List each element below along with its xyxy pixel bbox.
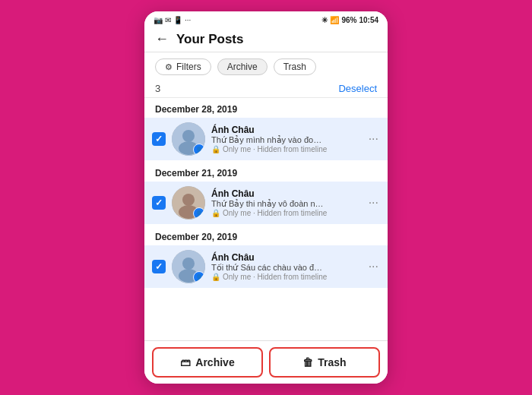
status-phone-icon: 📱: [173, 16, 182, 24]
trash-button[interactable]: 🗑 Trash: [269, 347, 380, 378]
count-row: 3 Deselect: [144, 80, 388, 98]
svg-point-4: [182, 194, 195, 206]
status-battery: 96%: [341, 16, 356, 24]
post-meta-1: 🔒 Only me · Hidden from timeline: [211, 209, 361, 217]
svg-point-7: [182, 258, 195, 270]
post-content-1: Ánh Châu Thứ Bảy thi nhảy vô đoàn nhạc c…: [211, 188, 361, 217]
status-camera-icon: 📷: [154, 16, 163, 24]
post-name-2: Ánh Châu: [211, 252, 361, 263]
avatar-badge-1: 👤: [193, 207, 205, 220]
status-signal-icon: 📶: [330, 16, 339, 24]
archive-button-label: Archive: [195, 356, 234, 368]
post-meta-2: 🔒 Only me · Hidden from timeline: [211, 273, 361, 281]
filters-pill[interactable]: ⚙ Filters: [155, 58, 211, 75]
lock-icon-1: 🔒: [211, 209, 220, 217]
archive-pill[interactable]: Archive: [217, 58, 268, 75]
status-time: 10:54: [359, 16, 378, 24]
post-name-0: Ánh Châu: [211, 125, 361, 135]
trash-pill-label: Trash: [283, 62, 306, 72]
status-bar: 📷 ✉ 📱 ··· ✳ 📶 96% 10:54: [144, 11, 388, 27]
checkbox-2[interactable]: ✓: [152, 260, 166, 273]
user-icon-2: 👤: [195, 274, 203, 281]
post-content-2: Ánh Châu Tối thứ Sáu các chàu vào đoàn n…: [211, 252, 361, 281]
deselect-button[interactable]: Deselect: [338, 83, 377, 94]
action-bar: 🗃 Archive 🗑 Trash: [144, 340, 388, 384]
post-item-0: ✓ 👤 Ánh Châu Thứ Bảy mình nhảy vào đoàn …: [144, 118, 388, 160]
trash-button-label: Trash: [318, 356, 346, 368]
checkbox-0[interactable]: ✓: [152, 132, 166, 146]
date-label-2: December 20, 2019: [144, 226, 388, 245]
post-text-2: Tối thứ Sáu các chàu vào đoàn nhạc cho m…: [211, 263, 325, 273]
checkmark-1: ✓: [155, 198, 163, 208]
avatar-0: 👤: [172, 122, 205, 156]
status-left: 📷 ✉ 📱 ···: [154, 16, 191, 24]
post-menu-2[interactable]: ···: [367, 260, 380, 273]
checkbox-1[interactable]: ✓: [152, 196, 166, 210]
user-icon-0: 👤: [195, 147, 203, 153]
user-icon-1: 👤: [195, 210, 203, 217]
post-item-2: ✓ 👤 Ánh Châu Tối thứ Sáu các chàu vào đo…: [144, 245, 388, 288]
lock-icon-0: 🔒: [211, 145, 220, 153]
status-msg-icon: ✉: [165, 16, 171, 24]
svg-point-1: [182, 130, 195, 142]
trash-icon: 🗑: [302, 356, 313, 368]
back-button[interactable]: ←: [155, 31, 169, 47]
header: ← Your Posts: [144, 27, 388, 52]
avatar-2: 👤: [172, 250, 205, 283]
filter-row: ⚙ Filters Archive Trash: [144, 52, 388, 80]
archive-pill-label: Archive: [227, 62, 258, 72]
status-more-icon: ···: [185, 16, 191, 24]
date-label-1: December 21, 2019: [144, 162, 388, 182]
archive-icon: 🗃: [180, 356, 191, 368]
status-bluetooth-icon: ✳: [321, 16, 328, 24]
checkmark-2: ✓: [155, 261, 163, 272]
posts-list: December 28, 2019 ✓ 👤 Ánh Châu: [144, 98, 388, 340]
selected-count: 3: [155, 83, 160, 94]
trash-pill[interactable]: Trash: [274, 58, 316, 75]
post-name-1: Ánh Châu: [211, 188, 361, 199]
post-text-0: Thứ Bảy mình nhảy vào đoàn nhạc rinh quà…: [211, 135, 325, 145]
phone-frame: 📷 ✉ 📱 ··· ✳ 📶 96% 10:54 ← Your Posts ⚙ F…: [144, 11, 388, 384]
post-menu-0[interactable]: ···: [367, 132, 380, 146]
avatar-badge-2: 👤: [193, 271, 205, 283]
archive-button[interactable]: 🗃 Archive: [152, 347, 263, 378]
post-meta-0: 🔒 Only me · Hidden from timeline: [211, 145, 361, 153]
avatar-1: 👤: [172, 186, 205, 220]
post-content-0: Ánh Châu Thứ Bảy mình nhảy vào đoàn nhạc…: [211, 125, 361, 153]
post-text-1: Thứ Bảy thi nhảy vô đoàn nhạc chứ ngủ gì…: [211, 199, 325, 209]
post-item-1: ✓ 👤 Ánh Châu Thứ Bảy thi nhảy vô đoàn nh…: [144, 182, 388, 224]
avatar-badge-0: 👤: [193, 144, 205, 156]
page-title: Your Posts: [176, 32, 243, 47]
post-menu-1[interactable]: ···: [367, 196, 380, 210]
lock-icon-2: 🔒: [211, 273, 220, 281]
status-right: ✳ 📶 96% 10:54: [321, 16, 378, 24]
checkmark-0: ✓: [155, 134, 163, 144]
filters-icon: ⚙: [165, 62, 173, 72]
filters-label: Filters: [176, 62, 201, 72]
date-label-0: December 28, 2019: [144, 98, 388, 118]
